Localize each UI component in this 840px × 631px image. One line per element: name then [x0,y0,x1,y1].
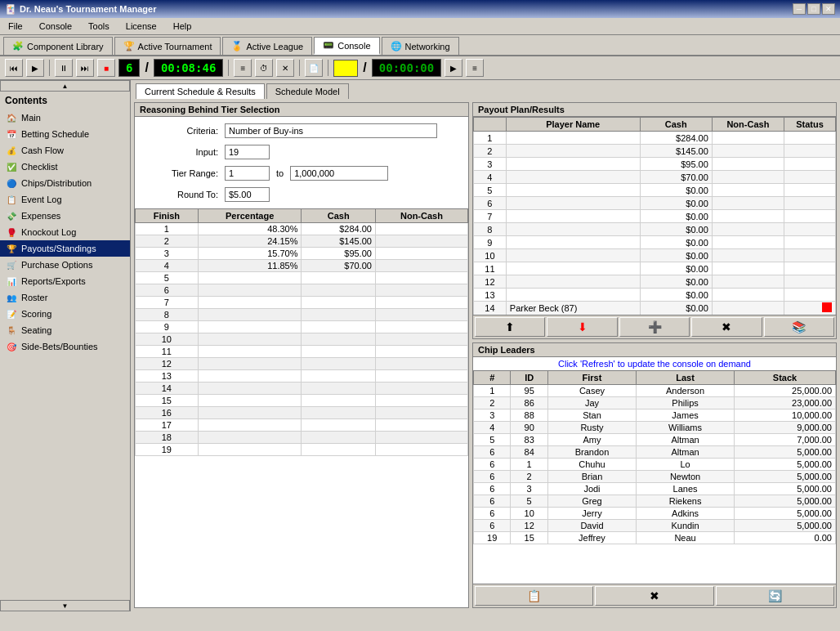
toolbar-first-button[interactable]: ⏮ [5,59,23,77]
results-table-row[interactable]: 12 [136,358,468,370]
results-table-row[interactable]: 3 15.70% $95.00 [136,248,468,260]
sidebar-item-seating[interactable]: 🪑 Seating [0,322,130,338]
results-table-row[interactable]: 4 11.85% $70.00 [136,260,468,272]
results-table-row[interactable]: 5 [136,272,468,284]
sidebar-item-chips-distribution[interactable]: 🔵 Chips/Distribution [0,175,130,191]
payout-table-row[interactable]: 14 Parker Beck (87) $0.00 [474,302,836,316]
toolbar-list-button[interactable]: ≡ [466,59,484,77]
menu-file[interactable]: File [3,20,28,33]
chip-table-row[interactable]: 6 1 Chuhu Lo 5,000.00 [474,459,836,471]
toolbar-pages-button[interactable]: 📄 [305,59,323,77]
results-table-row[interactable]: 8 [136,309,468,321]
sidebar-item-scoring[interactable]: 📝 Scoring [0,306,130,322]
toolbar-play-button[interactable]: ▶ [26,59,44,77]
results-table-row[interactable]: 7 [136,297,468,309]
sidebar-item-payouts[interactable]: 🏆 Payouts/Standings [0,240,130,257]
tab-console[interactable]: 📟 Console [314,37,379,55]
chip-copy-button[interactable]: 📋 [475,586,593,606]
toolbar-forward-button[interactable]: ⏭ [76,59,94,77]
chip-table-row[interactable]: 6 2 Brian Newton 5,000.00 [474,471,836,483]
payout-add-button[interactable]: ➕ [619,317,690,337]
payout-table-row[interactable]: 1 $284.00 [474,132,836,145]
sidebar-item-side-bets[interactable]: 🎯 Side-Bets/Bounties [0,338,130,355]
results-table-row[interactable]: 1 48.30% $284.00 [136,223,468,235]
toolbar-play2-button[interactable]: ▶ [445,59,462,77]
minimize-button[interactable]: ─ [793,3,806,15]
payout-table-row[interactable]: 12 $0.00 [474,275,836,289]
menu-license[interactable]: License [121,20,162,33]
payout-table-row[interactable]: 8 $0.00 [474,223,836,236]
payout-table-row[interactable]: 13 $0.00 [474,289,836,302]
sidebar-item-reports[interactable]: 📊 Reports/Exports [0,273,130,289]
results-table-row[interactable]: 14 [136,383,468,395]
payout-table-row[interactable]: 9 $0.00 [474,236,836,249]
toolbar-stop-button[interactable]: ■ [97,59,115,77]
tier-to-input[interactable] [290,166,388,181]
payout-table-row[interactable]: 5 $0.00 [474,184,836,197]
round-to-input[interactable] [225,187,270,202]
results-table-row[interactable]: 2 24.15% $145.00 [136,235,468,248]
sidebar-item-roster[interactable]: 👥 Roster [0,289,130,306]
chip-table-row[interactable]: 1 95 Casey Anderson 25,000.00 [474,385,836,397]
payout-table-row[interactable]: 6 $0.00 [474,197,836,210]
sidebar-scroll-down[interactable]: ▼ [0,600,130,611]
tier-from-input[interactable] [225,166,270,181]
payout-table-row[interactable]: 7 $0.00 [474,210,836,223]
chip-table-row[interactable]: 6 84 Brandon Altman 5,000.00 [474,446,836,459]
payout-up-button[interactable]: ⬆ [475,317,545,337]
toolbar-data-button[interactable]: ≡ [234,59,252,77]
tab-networking[interactable]: 🌐 Networking [382,37,459,55]
sidebar-item-expenses[interactable]: 💸 Expenses [0,208,130,224]
sidebar-item-knockout-log[interactable]: 🥊 Knockout Log [0,224,130,240]
payout-stack-button[interactable]: 📚 [764,317,834,337]
chip-refresh-button[interactable]: 🔄 [716,586,834,606]
sub-tab-current-schedule[interactable]: Current Schedule & Results [136,83,265,99]
payout-table-row[interactable]: 3 $95.00 [474,158,836,171]
results-table-row[interactable]: 16 [136,407,468,419]
tab-component-library[interactable]: 🧩 Component Library [3,37,113,55]
results-table-row[interactable]: 13 [136,370,468,383]
sidebar-item-main[interactable]: 🏠 Main [0,110,130,126]
chip-table-row[interactable]: 19 15 Jeffrey Neau 0.00 [474,532,836,544]
tab-active-league[interactable]: 🏅 Active League [222,37,312,55]
sidebar-item-betting-schedule[interactable]: 📅 Betting Schedule [0,126,130,142]
results-table-row[interactable]: 10 [136,333,468,346]
close-button[interactable]: ✕ [822,3,835,15]
payout-table-row[interactable]: 10 $0.00 [474,249,836,262]
chip-table-row[interactable]: 4 90 Rusty Williams 9,000.00 [474,422,836,434]
criteria-input[interactable] [225,123,437,138]
results-table-row[interactable]: 11 [136,346,468,358]
results-table-row[interactable]: 15 [136,395,468,407]
sidebar-item-checklist[interactable]: ✅ Checklist [0,159,130,175]
payout-table-row[interactable]: 4 $70.00 [474,171,836,184]
results-table-row[interactable]: 19 [136,444,468,456]
payout-remove-button[interactable]: ✖ [691,317,762,337]
chip-table-row[interactable]: 6 5 Greg Riekens 5,000.00 [474,495,836,508]
chip-table-row[interactable]: 3 88 Stan James 10,000.00 [474,409,836,422]
menu-console[interactable]: Console [34,20,77,33]
chip-table-row[interactable]: 2 86 Jay Philips 23,000.00 [474,397,836,409]
toolbar-x-button[interactable]: ✕ [276,59,294,77]
chip-table-row[interactable]: 5 83 Amy Altman 7,000.00 [474,434,836,446]
menu-tools[interactable]: Tools [83,20,114,33]
chip-table-row[interactable]: 6 3 Jodi Lanes 5,000.00 [474,483,836,495]
payout-table-row[interactable]: 11 $0.00 [474,262,836,275]
toolbar-back-button[interactable]: ⏸ [55,59,73,77]
sidebar-scroll-up[interactable]: ▲ [0,80,130,92]
sidebar-item-cash-flow[interactable]: 💰 Cash Flow [0,142,130,159]
sidebar-item-purchase-options[interactable]: 🛒 Purchase Options [0,257,130,273]
tab-active-tournament[interactable]: 🏆 Active Tournament [114,37,221,55]
results-table-row[interactable]: 18 [136,432,468,444]
results-table-row[interactable]: 6 [136,284,468,297]
sidebar-item-event-log[interactable]: 📋 Event Log [0,191,130,208]
chip-table-row[interactable]: 6 12 David Kundin 5,000.00 [474,520,836,532]
chip-remove-button[interactable]: ✖ [595,586,713,606]
payout-table-row[interactable]: 2 $145.00 [474,145,836,158]
input-value[interactable] [225,145,270,159]
results-table-row[interactable]: 17 [136,419,468,432]
toolbar-clock-button[interactable]: ⏱ [255,59,273,77]
chip-table-row[interactable]: 6 10 Jerry Adkins 5,000.00 [474,508,836,520]
menu-help[interactable]: Help [168,20,197,33]
payout-down-button[interactable]: ⬇ [547,317,617,337]
maximize-button[interactable]: □ [807,3,820,15]
